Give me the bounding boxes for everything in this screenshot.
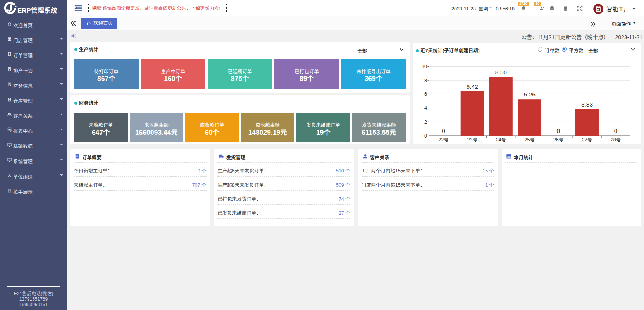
svg-text:23号: 23号 xyxy=(467,137,477,143)
svg-text:0: 0 xyxy=(614,127,618,134)
svg-text:3.83: 3.83 xyxy=(581,101,593,108)
svg-text:0: 0 xyxy=(557,127,560,134)
svg-text:2: 2 xyxy=(424,119,427,125)
svg-text:8.50: 8.50 xyxy=(495,69,507,76)
svg-text:8: 8 xyxy=(424,78,427,83)
svg-text:28号: 28号 xyxy=(611,137,621,143)
svg-text:0: 0 xyxy=(424,133,427,139)
svg-text:26号: 26号 xyxy=(553,137,563,143)
svg-text:24号: 24号 xyxy=(496,137,506,143)
svg-text:6: 6 xyxy=(424,91,427,97)
svg-text:27号: 27号 xyxy=(582,137,592,143)
svg-text:4: 4 xyxy=(424,105,427,111)
svg-text:10: 10 xyxy=(422,64,427,69)
svg-text:5.26: 5.26 xyxy=(524,91,536,98)
svg-text:25号: 25号 xyxy=(525,137,535,143)
svg-text:22号: 22号 xyxy=(438,137,448,143)
svg-text:0: 0 xyxy=(442,127,445,134)
svg-text:6.42: 6.42 xyxy=(467,83,478,90)
